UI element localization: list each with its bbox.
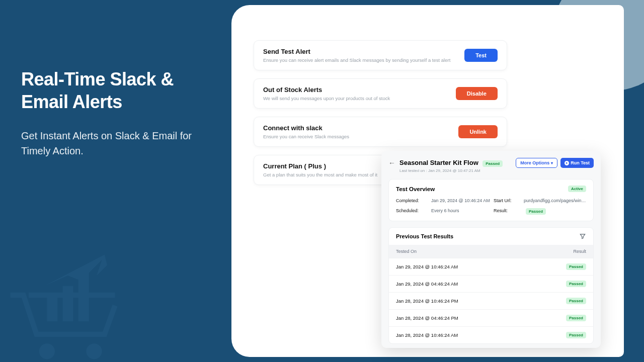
disable-button[interactable]: Disable <box>456 87 498 100</box>
table-row[interactable]: Jan 29, 2024 @ 04:46:24 AM Passed <box>389 275 593 292</box>
test-button[interactable]: Test <box>464 49 498 62</box>
tested-on-value: Jan 29, 2024 @ 10:46:24 AM <box>396 264 458 269</box>
test-overview-card: Test Overview Active Completed: Jan 29, … <box>388 179 594 221</box>
svg-point-0 <box>39 343 55 359</box>
setting-desc: Get a plan that suits you the most and m… <box>263 172 377 177</box>
svg-rect-3 <box>63 286 73 321</box>
status-badge: Passed <box>482 160 503 167</box>
starturl-label: Start Url: <box>494 198 524 203</box>
last-tested-text: Last tested on : Jan 29, 2024 @ 10:47:21… <box>399 168 512 173</box>
setting-title: Out of Stock Alerts <box>263 86 390 94</box>
setting-title: Connect with slack <box>263 124 349 132</box>
tested-on-value: Jan 28, 2024 @ 04:46:24 PM <box>396 315 458 321</box>
result-label: Result: <box>494 208 524 215</box>
overview-heading: Test Overview <box>396 186 435 192</box>
result-badge: Passed <box>566 298 586 304</box>
scheduled-label: Scheduled: <box>396 208 431 215</box>
unlink-button[interactable]: Unlink <box>458 125 498 138</box>
previous-results-card: Previous Test Results Tested On Result J… <box>388 227 594 344</box>
table-row[interactable]: Jan 28, 2024 @ 10:46:24 PM Passed <box>389 292 593 309</box>
hero-title: Real-Time Slack & Email Alerts <box>21 68 212 113</box>
tested-on-value: Jan 28, 2024 @ 10:46:24 AM <box>396 332 458 338</box>
run-test-button[interactable]: ► Run Test <box>560 158 594 168</box>
col-result: Result <box>573 249 586 254</box>
result-badge: Passed <box>566 281 586 287</box>
col-tested-on: Tested On <box>396 249 417 254</box>
chevron-down-icon: ▾ <box>551 161 553 165</box>
play-icon: ► <box>565 161 569 165</box>
table-row[interactable]: Jan 28, 2024 @ 10:46:24 AM Passed <box>389 326 593 343</box>
svg-point-1 <box>86 343 102 359</box>
svg-rect-2 <box>47 295 57 321</box>
flow-title: Seasonal Starter Kit Flow <box>399 159 478 166</box>
filter-icon[interactable] <box>579 233 586 240</box>
setting-desc: We will send you messages upon your prod… <box>263 96 390 101</box>
result-badge: Passed <box>566 315 586 321</box>
more-options-button[interactable]: More Options ▾ <box>516 158 557 168</box>
table-row[interactable]: Jan 28, 2024 @ 04:46:24 PM Passed <box>389 309 593 326</box>
setting-title: Current Plan ( Plus ) <box>263 162 377 170</box>
starturl-link[interactable]: purdyandfigg.com/pages/winter-... <box>524 198 586 203</box>
table-row[interactable]: Jan 29, 2024 @ 10:46:24 AM Passed <box>389 258 593 275</box>
result-badge: Passed <box>566 332 586 338</box>
flow-detail-panel: ← Seasonal Starter Kit Flow Passed Last … <box>381 151 601 348</box>
setting-desc: Ensure you can receive Slack messages <box>263 134 349 139</box>
back-arrow-icon[interactable]: ← <box>388 159 395 167</box>
result-badge: Passed <box>566 263 586 270</box>
result-badge: Passed <box>526 208 546 215</box>
hero-subtitle: Get Instant Alerts on Slack & Email for … <box>21 128 212 158</box>
setting-title: Send Test Alert <box>263 48 450 55</box>
tested-on-value: Jan 28, 2024 @ 10:46:24 PM <box>396 298 458 304</box>
cart-chart-icon <box>3 236 133 362</box>
setting-send-test-alert: Send Test Alert Ensure you can receive a… <box>254 40 507 70</box>
scheduled-value: Every 6 hours <box>431 208 494 215</box>
results-heading: Previous Test Results <box>396 233 453 239</box>
run-test-label: Run Test <box>571 160 590 165</box>
setting-out-of-stock: Out of Stock Alerts We will send you mes… <box>254 78 507 109</box>
setting-connect-slack: Connect with slack Ensure you can receiv… <box>254 117 507 147</box>
completed-value: Jan 29, 2024 @ 10:46:24 AM <box>431 198 494 203</box>
setting-desc: Ensure you can receive alert emails and … <box>263 57 450 63</box>
hero-text-block: Real-Time Slack & Email Alerts Get Insta… <box>21 68 212 158</box>
tested-on-value: Jan 29, 2024 @ 04:46:24 AM <box>396 281 458 287</box>
active-badge: Active <box>568 186 586 192</box>
more-options-label: More Options <box>520 160 549 165</box>
completed-label: Completed: <box>396 198 431 203</box>
